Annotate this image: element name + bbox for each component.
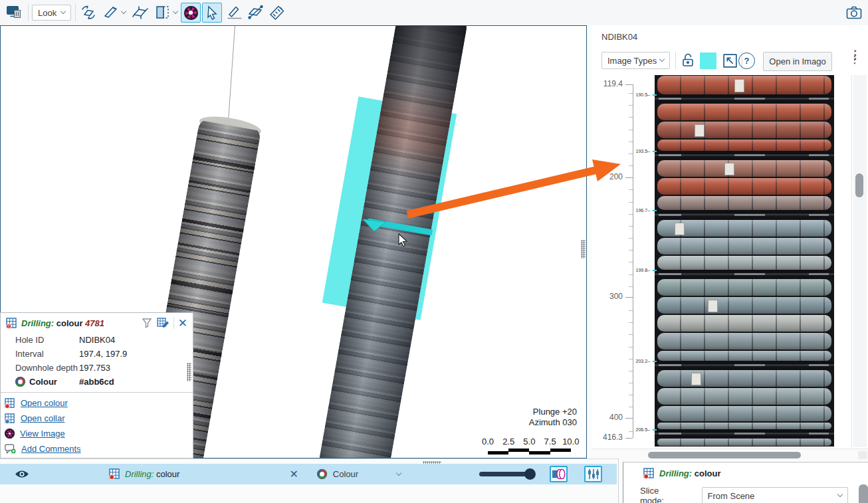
core-depth-tag — [708, 300, 718, 312]
popup-header: Drilling: colour 4781 ✕ — [1, 313, 193, 333]
core-stick — [657, 256, 831, 270]
filter-sliders-icon — [587, 468, 600, 480]
opacity-slider[interactable] — [479, 472, 534, 476]
core-depth-tag — [675, 223, 685, 235]
core-stick — [657, 160, 831, 177]
core-depth-tag — [724, 163, 734, 175]
tray-depth-label: 199.8– — [630, 268, 650, 272]
tray-edge — [655, 270, 834, 278]
core-tray-row — [655, 103, 834, 121]
popup-title-row-id: 4781 — [85, 318, 104, 328]
properties-table: colour — [695, 468, 721, 478]
core-tray-row — [655, 350, 834, 361]
tray-depth-tick — [653, 429, 657, 431]
core-tray-row — [655, 278, 834, 296]
vertical-scrollbar-track[interactable] — [853, 75, 867, 447]
tray-depth-tick — [653, 94, 657, 96]
tray-depth-tick — [653, 210, 657, 211]
close-icon[interactable]: ✕ — [178, 318, 187, 329]
core-tray-row — [655, 139, 834, 151]
tray-depth-label: 190.5– — [630, 92, 650, 97]
core-tray-row — [655, 438, 834, 447]
core-stick — [657, 238, 831, 254]
core-stick — [657, 122, 831, 138]
table-red-badge-icon — [109, 468, 120, 480]
field-value: 197.4, 197.9 — [79, 349, 127, 359]
tray-depth-tick — [653, 151, 657, 152]
field-label: Colour — [29, 377, 57, 387]
tray-depth-tick — [653, 270, 657, 271]
slice-mode-dropdown[interactable]: From Scene — [702, 487, 849, 503]
properties-scrollbar-thumb[interactable] — [859, 484, 868, 503]
horizontal-scrollbar-track[interactable] — [592, 449, 868, 461]
chevron-down-icon — [837, 492, 843, 497]
open-colour-link-row[interactable]: Open colour — [5, 395, 193, 411]
flat-core-icon — [552, 468, 566, 480]
shape-list-row-selected[interactable]: Drilling: colour ✕ Colour — [0, 464, 617, 484]
add-comments-link-row[interactable]: Add Comments — [5, 441, 193, 456]
scrollbar-corner — [858, 451, 867, 459]
rgb-colour-icon — [317, 469, 327, 479]
aperture-icon — [5, 429, 15, 439]
core-tray-row — [655, 177, 834, 195]
visibility-eye-icon[interactable] — [15, 469, 29, 479]
core-tray-row — [655, 332, 834, 350]
view-image-link[interactable]: View Image — [20, 426, 65, 441]
divider — [618, 458, 619, 503]
view-image-link-row[interactable]: View Image — [5, 426, 193, 441]
remove-shape-icon[interactable]: ✕ — [289, 468, 298, 480]
opacity-slider-thumb[interactable] — [524, 468, 536, 480]
channel-select-value[interactable]: Colour — [333, 469, 358, 479]
core-depth-tag — [691, 373, 701, 385]
rgb-colour-icon — [15, 377, 25, 387]
open-collar-link-row[interactable]: Open collar — [5, 411, 193, 426]
core-stick — [657, 315, 831, 332]
field-value: NDIBK04 — [79, 335, 115, 345]
vertical-scrollbar-thumb[interactable] — [855, 173, 863, 197]
filter-sliders-button[interactable] — [584, 466, 602, 482]
core-tray-row — [655, 159, 834, 177]
core-stick — [657, 104, 831, 120]
table-red-badge-icon — [5, 398, 15, 409]
edit-table-icon[interactable] — [157, 317, 169, 329]
properties-group: Drilling: — [659, 468, 692, 478]
core-tray-row — [655, 296, 834, 314]
chevron-down-icon — [396, 470, 401, 475]
core-stick — [657, 333, 831, 350]
mouse-cursor — [398, 233, 409, 248]
tray-depth-tick — [653, 361, 657, 362]
core-stick — [657, 423, 831, 429]
core-stick — [657, 406, 831, 421]
core-tray-row — [655, 405, 834, 422]
popup-scroll-handle[interactable] — [187, 363, 191, 381]
open-colour-link[interactable]: Open colour — [21, 395, 68, 411]
shape-table: colour — [156, 469, 179, 479]
tray-depth-label: 203.2– — [630, 359, 650, 363]
open-collar-link[interactable]: Open collar — [21, 411, 64, 426]
field-label: Interval — [15, 349, 79, 359]
core-stick — [657, 140, 831, 151]
divider — [851, 75, 852, 447]
core-depth-tag — [695, 124, 705, 136]
tray-depth-label: 206.5– — [630, 427, 650, 432]
core-tray-row — [655, 195, 834, 211]
tray-edge — [655, 361, 834, 369]
add-comments-link[interactable]: Add Comments — [21, 441, 81, 456]
core-tray-row — [655, 121, 834, 139]
field-value: #abb6cd — [79, 377, 114, 387]
shape-list-panel: Drilling: colour ✕ Colour — [0, 458, 618, 503]
flat-core-toggle-button[interactable] — [550, 466, 568, 482]
tray-edge — [655, 151, 834, 159]
interval-info-popup: Drilling: colour 4781 ✕ Hole IDNDIBK04 I… — [0, 312, 193, 458]
horizontal-scrollbar-thumb[interactable] — [648, 452, 801, 458]
comment-plus-icon — [5, 443, 16, 454]
core-stick — [657, 351, 831, 361]
core-tray-row — [655, 255, 834, 270]
filter-icon[interactable] — [141, 317, 153, 329]
tray-depth-label: 196.7– — [630, 208, 650, 213]
core-stick — [657, 388, 831, 405]
core-stick — [657, 279, 831, 296]
core-tray-row — [655, 237, 834, 255]
core-depth-tag — [734, 79, 744, 92]
popup-title-group: Drilling: — [21, 318, 54, 328]
